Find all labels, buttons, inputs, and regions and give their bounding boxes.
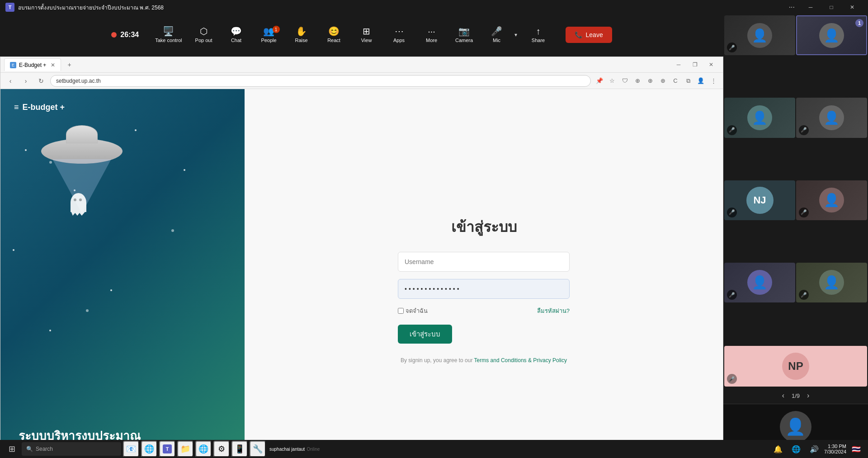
participant-card-4: 👤 🎤 <box>796 98 867 137</box>
react-button[interactable]: 😊 React <box>320 24 349 46</box>
prev-page-button[interactable]: ‹ <box>782 392 784 400</box>
tab-label: E-Budget + <box>19 62 46 68</box>
password-group <box>398 279 570 299</box>
browser-ext5-icon[interactable]: ⧉ <box>682 75 694 87</box>
share-button[interactable]: ↑ Share <box>524 24 553 46</box>
browser-star-icon[interactable]: ☆ <box>606 75 618 87</box>
browser-shield-icon[interactable]: 🛡 <box>619 75 631 87</box>
address-bar[interactable]: setbudget.up.ac.th <box>50 75 591 87</box>
browser-minimize[interactable]: ─ <box>670 58 687 71</box>
people-button[interactable]: 👥 1 People <box>255 24 283 46</box>
np-card-row: NP 🎤 <box>723 345 868 387</box>
close-button[interactable]: ✕ <box>842 0 863 14</box>
user-status-label: Online <box>307 447 320 452</box>
view-icon: ⊞ <box>363 27 370 36</box>
login-submit-button[interactable]: เข้าสู่ระบบ <box>398 325 452 344</box>
address-text: setbudget.up.ac.th <box>56 78 101 84</box>
raise-button[interactable]: ✋ Raise <box>287 24 316 46</box>
terms-text: By signin up, you agree to our Terms and… <box>398 357 570 364</box>
taskbar-clock[interactable]: 1:30 PM 7/30/2024 <box>824 444 846 454</box>
forgot-password-link[interactable]: ลืมรหัสผ่าน? <box>537 306 570 316</box>
browser-ext2-icon[interactable]: ⊕ <box>644 75 656 87</box>
mic-icon: 🎤 <box>491 27 502 36</box>
taskbar-notification-icon[interactable]: 🔔 <box>770 441 786 457</box>
record-indicator <box>111 32 117 38</box>
taskbar-app-browser2[interactable]: 🌐 <box>195 441 212 457</box>
participant-card-7: 👤 🎤 <box>724 263 795 302</box>
taskbar-app-settings[interactable]: ⚙ <box>213 441 230 457</box>
camera-icon: 📷 <box>458 27 470 36</box>
chat-button[interactable]: 💬 Chat <box>222 24 251 46</box>
taskbar-app-app2[interactable]: 🔧 <box>250 441 266 457</box>
participant-card-8: 👤 🎤 <box>796 263 867 302</box>
password-input[interactable] <box>398 279 570 299</box>
teams-more-options[interactable]: ··· <box>789 3 795 11</box>
raise-icon: ✋ <box>296 27 307 36</box>
taskbar-app-mail[interactable]: 📧 <box>123 441 139 457</box>
browser-toolbar-icons: 📌 ☆ 🛡 ⊕ ⊕ ⊕ C ⧉ 👤 ⋮ <box>594 75 719 87</box>
pop-out-icon: ⬡ <box>200 27 208 36</box>
apps-icon: ⋯ <box>395 27 404 36</box>
more-button[interactable]: ··· More <box>417 24 446 46</box>
taskbar-app-app1[interactable]: 📱 <box>231 441 248 457</box>
star-3 <box>135 129 137 131</box>
pop-out-button[interactable]: ⬡ Pop out <box>189 24 218 46</box>
browser-ext3-icon[interactable]: ⊕ <box>657 75 669 87</box>
self-avatar: 👤 <box>780 411 811 443</box>
browser-restore[interactable]: ❐ <box>687 58 703 71</box>
teams-titlebar: T อบรมการตั้งงบประมาณรายจ่ายประจำปีงบประ… <box>0 0 868 14</box>
timer-display: 26:34 <box>120 31 139 39</box>
camera-button[interactable]: 📷 Camera <box>450 24 479 46</box>
browser-menu-icon[interactable]: ⋮ <box>708 75 719 87</box>
star-6 <box>184 169 185 171</box>
new-tab-button[interactable]: + <box>64 59 75 70</box>
browser-refresh-button[interactable]: ↻ <box>35 75 47 87</box>
maximize-button[interactable]: □ <box>821 0 842 14</box>
star-4 <box>13 249 14 251</box>
participant-6-mute-icon: 🎤 <box>799 208 809 217</box>
people-badge: 1 <box>273 26 280 33</box>
ufo-illustration <box>37 134 127 170</box>
browser-back-button[interactable]: ‹ <box>4 75 17 87</box>
mic-dropdown[interactable]: ▾ <box>511 30 520 40</box>
page-indicator: 1/9 <box>792 392 800 399</box>
taskbar-volume-icon[interactable]: 🔊 <box>806 441 822 457</box>
taskbar-search-box[interactable]: 🔍 Search <box>22 442 121 456</box>
leave-button[interactable]: 📞 Leave <box>566 27 612 43</box>
minimize-button[interactable]: ─ <box>800 0 821 14</box>
clock-date: 7/30/2024 <box>824 449 846 454</box>
terms-link[interactable]: Terms and Conditions & Privacy Policy <box>474 357 567 364</box>
take-control-button[interactable]: 🖥️ Take control <box>151 24 185 46</box>
svg-text:T: T <box>9 5 12 10</box>
remember-me-checkbox[interactable] <box>398 308 404 314</box>
browser-pin-icon[interactable]: 📌 <box>594 75 605 87</box>
taskbar-app-browser[interactable]: 🌐 <box>141 441 157 457</box>
participant-4-mute-icon: 🎤 <box>799 125 809 135</box>
timer-section: 26:34 <box>111 31 139 39</box>
taskbar-app-file[interactable]: 📁 <box>177 441 193 457</box>
browser-nav-bar: ‹ › ↻ setbudget.up.ac.th 📌 ☆ 🛡 ⊕ ⊕ ⊕ C ⧉… <box>0 73 723 89</box>
taskbar-network-icon[interactable]: 🌐 <box>788 441 804 457</box>
star-1 <box>25 149 27 151</box>
remember-me-label[interactable]: จดจำฉัน <box>398 306 428 316</box>
login-left-panel: ≡ E-budget + <box>0 89 245 458</box>
view-button[interactable]: ⊞ View <box>352 24 381 46</box>
browser-ext1-icon[interactable]: ⊕ <box>632 75 643 87</box>
taskbar-app-teams[interactable]: T <box>159 441 175 457</box>
mic-button[interactable]: 🎤 Mic <box>482 24 511 46</box>
start-button[interactable]: ⊞ <box>4 441 20 457</box>
participant-3-mute-icon: 🎤 <box>727 125 737 135</box>
tab-close-button[interactable]: ✕ <box>51 62 55 68</box>
browser-forward-button[interactable]: › <box>19 75 32 87</box>
next-page-button[interactable]: › <box>807 392 809 400</box>
taskbar-flag-icon[interactable]: 🇹🇭 <box>848 441 864 457</box>
username-input[interactable] <box>398 252 570 272</box>
chat-icon: 💬 <box>231 27 242 36</box>
login-right-panel: เข้าสู่ระบบ จดจำฉัน ลืมรหัสผ่าน? เข้าสู่… <box>245 89 723 458</box>
taskbar: ⊞ 🔍 Search 📧 🌐 T 📁 🌐 ⚙ 📱 🔧 suphachai jan… <box>0 440 868 458</box>
browser-close[interactable]: ✕ <box>703 58 719 71</box>
browser-tab[interactable]: E E-Budget + ✕ <box>4 58 61 71</box>
browser-ext4-icon[interactable]: C <box>670 75 681 87</box>
apps-button[interactable]: ⋯ Apps <box>385 24 414 46</box>
browser-profile-icon[interactable]: 👤 <box>695 75 707 87</box>
